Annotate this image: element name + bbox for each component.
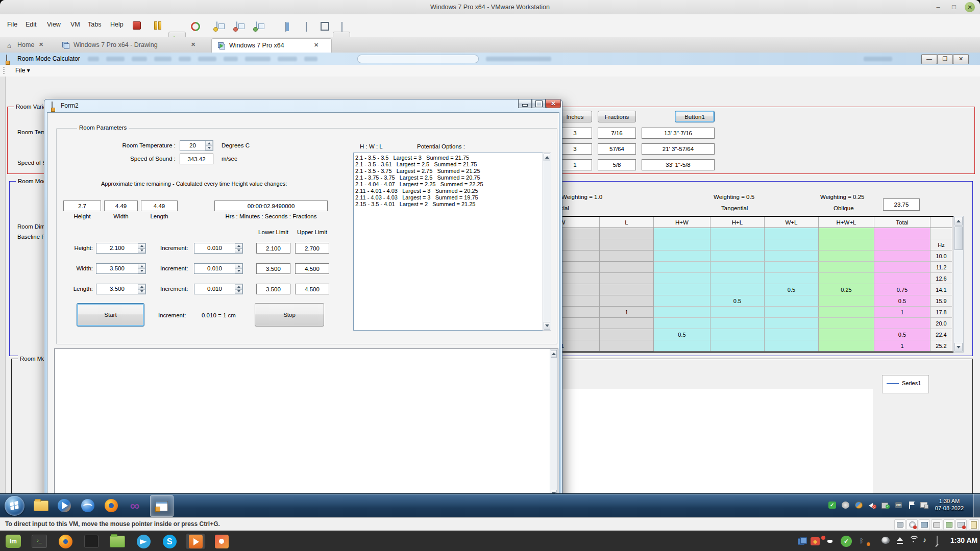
mode-table-cell[interactable] bbox=[600, 273, 654, 284]
mode-table-cell[interactable] bbox=[819, 273, 874, 284]
mode-table-cell[interactable] bbox=[710, 262, 765, 273]
tray-location-icon[interactable] bbox=[854, 501, 863, 509]
mode-table-cell[interactable] bbox=[710, 228, 765, 239]
show-desktop-button[interactable] bbox=[973, 494, 980, 517]
width-spinner[interactable]: 3.500 bbox=[96, 263, 146, 274]
app-minimize-button[interactable]: — bbox=[921, 54, 937, 64]
mode-table-cell[interactable] bbox=[874, 318, 930, 329]
tab-close-icon[interactable]: ✕ bbox=[191, 41, 195, 48]
app-file-menu[interactable]: File ▾ bbox=[15, 67, 30, 74]
tray-app-red-icon[interactable]: ◆ bbox=[811, 537, 820, 545]
console-panel-icon[interactable] bbox=[306, 22, 307, 32]
host-maximize-button[interactable]: □ bbox=[950, 3, 958, 11]
device-printer-icon[interactable] bbox=[931, 519, 942, 530]
scroll-up-icon[interactable] bbox=[544, 154, 550, 161]
inches-button[interactable]: Inches bbox=[558, 111, 592, 122]
temperature-spinner[interactable]: 20 bbox=[180, 140, 213, 151]
mode-table-cell[interactable] bbox=[819, 251, 874, 262]
mode-table-cell[interactable]: 22.4 bbox=[930, 329, 952, 340]
mode-table-cell[interactable] bbox=[654, 251, 710, 262]
device-display-icon[interactable] bbox=[919, 519, 930, 530]
mode-table-cell[interactable] bbox=[819, 329, 874, 340]
mode-table-cell[interactable] bbox=[874, 228, 930, 239]
unit-fraction-box-1[interactable]: 7/16 bbox=[598, 128, 636, 139]
mode-table-cell[interactable] bbox=[654, 318, 710, 329]
mode-table-cell[interactable] bbox=[765, 307, 819, 318]
length-spinner[interactable]: 3.500 bbox=[96, 284, 146, 294]
taskbar-item-room-mode-calculator[interactable] bbox=[150, 495, 174, 517]
tray-usb-icon[interactable]: ✓ bbox=[881, 501, 890, 509]
tray-nvidia-icon[interactable] bbox=[881, 537, 890, 544]
mode-table-cell[interactable] bbox=[600, 239, 654, 251]
taskbar-item-media-player[interactable] bbox=[53, 495, 76, 516]
mode-table-header[interactable]: H+W bbox=[654, 217, 710, 228]
mode-table-cell[interactable] bbox=[600, 295, 654, 307]
unit-fraction-box-3[interactable]: 5/8 bbox=[598, 159, 636, 170]
option-item[interactable]: 2.1 - 3.5 - 3.61 Largest = 2.5 Summed = … bbox=[354, 161, 551, 168]
host-close-button[interactable]: ✕ bbox=[965, 2, 975, 12]
unit-whole-box-3[interactable]: 1 bbox=[558, 159, 592, 170]
mode-table-cell[interactable] bbox=[765, 329, 819, 340]
revert-snapshot-icon[interactable] bbox=[236, 21, 237, 31]
mode-table-header[interactable]: H+L bbox=[710, 217, 765, 228]
panel-item-vmware-active[interactable] bbox=[185, 533, 206, 549]
length-increment-spinner[interactable]: 0.010 bbox=[194, 284, 243, 294]
mode-table-cell[interactable] bbox=[874, 251, 930, 262]
fullscreen-icon[interactable] bbox=[321, 22, 329, 31]
mode-table-cell[interactable] bbox=[765, 295, 819, 307]
mode-table-cell[interactable]: 15.9 bbox=[930, 295, 952, 307]
mode-table-cell[interactable] bbox=[765, 273, 819, 284]
form2-minimize-button[interactable] bbox=[518, 99, 532, 108]
scroll-thumb[interactable] bbox=[954, 227, 963, 250]
tray-music-icon[interactable]: ♪ bbox=[923, 536, 926, 544]
spin-down-icon[interactable] bbox=[205, 146, 213, 151]
fractions-button[interactable]: Fractions bbox=[598, 111, 636, 122]
tray-power-icon[interactable] bbox=[841, 501, 850, 509]
mode-table-cell[interactable]: 0.75 bbox=[874, 284, 930, 295]
mode-table-scrollbar[interactable] bbox=[953, 216, 964, 353]
mode-table-cell[interactable] bbox=[654, 340, 710, 352]
options-scrollbar[interactable] bbox=[543, 153, 551, 331]
unit-feet-box-2[interactable]: 21' 3"-57/64 bbox=[642, 143, 715, 155]
system-clock[interactable]: 1:30 AM 07-08-2022 bbox=[930, 497, 969, 512]
tray-network-icon[interactable] bbox=[920, 501, 928, 509]
mode-table-cell[interactable]: 14.1 bbox=[930, 284, 952, 295]
mode-table-cell[interactable] bbox=[600, 340, 654, 352]
tray-vmware-icon[interactable]: vm bbox=[894, 501, 903, 509]
app-titlebar[interactable]: Room Mode Calculator — ❐ ✕ bbox=[0, 53, 980, 65]
form2-close-button[interactable]: ✕ bbox=[546, 99, 561, 108]
height-increment-spinner[interactable]: 0.010 bbox=[194, 243, 243, 254]
tray-updates-icon[interactable]: ✓ bbox=[828, 501, 837, 509]
device-soundcard-icon[interactable] bbox=[943, 519, 954, 530]
mode-table-cell[interactable]: 0.5 bbox=[765, 284, 819, 295]
option-item[interactable]: 2.1 - 3.5 - 3.5 Largest = 3 Summed = 21.… bbox=[354, 155, 551, 161]
taskbar-item-browser[interactable] bbox=[77, 495, 99, 516]
mode-table-cell[interactable] bbox=[819, 228, 874, 239]
app-close-button[interactable]: ✕ bbox=[953, 54, 969, 64]
mode-table-cell[interactable]: 0.5 bbox=[654, 329, 710, 340]
mode-table-cell[interactable]: 1 bbox=[874, 307, 930, 318]
taskbar-item-visual-studio[interactable]: ∞ bbox=[124, 495, 146, 516]
panel-item-skype[interactable]: S bbox=[159, 533, 180, 549]
library-panel-icon[interactable] bbox=[285, 22, 286, 32]
results-list[interactable] bbox=[54, 348, 558, 499]
device-usb-controller-icon[interactable] bbox=[955, 519, 967, 530]
mode-table-cell[interactable]: 0.5 bbox=[874, 329, 930, 340]
mode-table-cell[interactable]: 25.2 bbox=[930, 340, 952, 352]
mode-table-cell[interactable] bbox=[819, 262, 874, 273]
mode-table-cell[interactable] bbox=[765, 262, 819, 273]
mode-table-cell[interactable]: 1 bbox=[874, 340, 930, 352]
mode-table-cell[interactable] bbox=[710, 340, 765, 352]
mode-table-cell[interactable] bbox=[654, 273, 710, 284]
mode-table-cell[interactable]: 1 bbox=[600, 307, 654, 318]
option-item[interactable]: 2.15 - 3.5 - 4.01 Largest = 2 Summed = 2… bbox=[354, 201, 551, 208]
mode-table-cell[interactable]: 12.6 bbox=[930, 273, 952, 284]
panel-item-firefox[interactable] bbox=[55, 533, 76, 549]
mode-table-cell[interactable] bbox=[654, 262, 710, 273]
mode-table-cell[interactable]: 0.5 bbox=[710, 295, 765, 307]
form2-window[interactable]: Form2 ✕ Room Parameters Room Temperature… bbox=[44, 99, 562, 510]
mode-table-cell[interactable] bbox=[930, 228, 952, 239]
tab-vm-drawing[interactable]: Windows 7 Pro x64 - Drawing ✕ bbox=[57, 38, 209, 53]
unit-feet-box-1[interactable]: 13' 3"-7/16 bbox=[642, 128, 715, 139]
mode-table-cell[interactable] bbox=[874, 273, 930, 284]
